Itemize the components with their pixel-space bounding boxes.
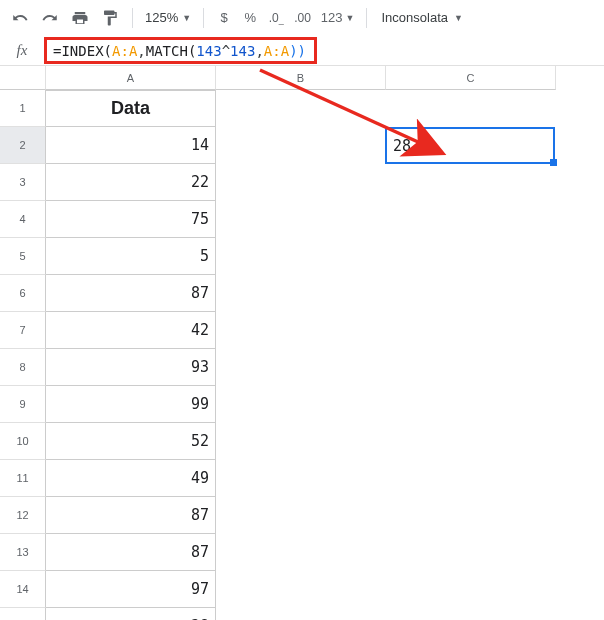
cell-B11[interactable] — [216, 460, 386, 497]
cell-B4[interactable] — [216, 201, 386, 238]
cell-A12[interactable]: 87 — [46, 497, 216, 534]
cell-B10[interactable] — [216, 423, 386, 460]
undo-button[interactable] — [6, 4, 34, 32]
cell-B8[interactable] — [216, 349, 386, 386]
cell-C15[interactable] — [386, 608, 556, 620]
table-row: 15 28 — [0, 608, 604, 620]
cell-A6[interactable]: 87 — [46, 275, 216, 312]
chevron-down-icon: ▼ — [346, 13, 355, 23]
separator — [203, 8, 204, 28]
cell-B12[interactable] — [216, 497, 386, 534]
spreadsheet-grid: A B C 1 Data 2 14 3 22 4 75 5 — [0, 66, 604, 620]
formula-input[interactable]: =INDEX(A:A,MATCH(143^143,A:A)) — [44, 37, 317, 64]
cell-C7[interactable] — [386, 312, 556, 349]
cell-C8[interactable] — [386, 349, 556, 386]
select-all-corner[interactable] — [0, 66, 46, 90]
cell-B14[interactable] — [216, 571, 386, 608]
cell-A8[interactable]: 93 — [46, 349, 216, 386]
cell-A5[interactable]: 5 — [46, 238, 216, 275]
cell-A15[interactable]: 28 — [46, 608, 216, 620]
row-header[interactable]: 8 — [0, 349, 46, 386]
column-headers: A B C — [0, 66, 604, 90]
font-select[interactable]: Inconsolata ▼ — [375, 10, 468, 25]
table-row: 14 97 — [0, 571, 604, 608]
cell-C3[interactable] — [386, 164, 556, 201]
cell-C14[interactable] — [386, 571, 556, 608]
grid-body: 1 Data 2 14 3 22 4 75 5 5 — [0, 90, 604, 620]
cell-A7[interactable]: 42 — [46, 312, 216, 349]
cell-A1[interactable]: Data — [46, 90, 216, 127]
cell-A4[interactable]: 75 — [46, 201, 216, 238]
cell-A10[interactable]: 52 — [46, 423, 216, 460]
table-row: 6 87 — [0, 275, 604, 312]
print-button[interactable] — [66, 4, 94, 32]
cell-A13[interactable]: 87 — [46, 534, 216, 571]
row-header[interactable]: 9 — [0, 386, 46, 423]
format-currency-button[interactable]: $ — [212, 4, 236, 32]
cell-B2[interactable] — [216, 127, 386, 164]
toolbar: 125% ▼ $ % .0_ .00 123 ▼ Inconsolata ▼ — [0, 0, 604, 36]
cell-B7[interactable] — [216, 312, 386, 349]
row-header[interactable]: 13 — [0, 534, 46, 571]
cell-C9[interactable] — [386, 386, 556, 423]
row-header[interactable]: 3 — [0, 164, 46, 201]
chevron-down-icon: ▼ — [182, 13, 191, 23]
cell-B15[interactable] — [216, 608, 386, 620]
format-percent-button[interactable]: % — [238, 4, 262, 32]
cell-A11[interactable]: 49 — [46, 460, 216, 497]
row-header[interactable]: 10 — [0, 423, 46, 460]
more-formats-button[interactable]: 123 ▼ — [317, 4, 359, 32]
cell-B6[interactable] — [216, 275, 386, 312]
cell-C1[interactable] — [386, 90, 556, 127]
cell-A2[interactable]: 14 — [46, 127, 216, 164]
row-header[interactable]: 6 — [0, 275, 46, 312]
row-header[interactable]: 1 — [0, 90, 46, 127]
cell-C13[interactable] — [386, 534, 556, 571]
number-format-group: $ % .0_ .00 123 ▼ — [212, 4, 358, 32]
cell-C6[interactable] — [386, 275, 556, 312]
column-header-C[interactable]: C — [386, 66, 556, 90]
decrease-decimal-button[interactable]: .0_ — [264, 4, 288, 32]
table-row: 5 5 — [0, 238, 604, 275]
row-header[interactable]: 12 — [0, 497, 46, 534]
cell-C10[interactable] — [386, 423, 556, 460]
cell-C11[interactable] — [386, 460, 556, 497]
cell-C2-value: 28 — [393, 137, 411, 155]
chevron-down-icon: ▼ — [454, 13, 463, 23]
row-header[interactable]: 14 — [0, 571, 46, 608]
table-row: 3 22 — [0, 164, 604, 201]
row-header[interactable]: 5 — [0, 238, 46, 275]
row-header[interactable]: 11 — [0, 460, 46, 497]
table-row: 9 99 — [0, 386, 604, 423]
table-row: 7 42 — [0, 312, 604, 349]
cell-C12[interactable] — [386, 497, 556, 534]
cell-C5[interactable] — [386, 238, 556, 275]
cell-B13[interactable] — [216, 534, 386, 571]
increase-decimal-button[interactable]: .00 — [290, 4, 315, 32]
cell-A14[interactable]: 97 — [46, 571, 216, 608]
cell-A3[interactable]: 22 — [46, 164, 216, 201]
cell-B5[interactable] — [216, 238, 386, 275]
redo-button[interactable] — [36, 4, 64, 32]
row-header[interactable]: 7 — [0, 312, 46, 349]
column-header-A[interactable]: A — [46, 66, 216, 90]
more-formats-label: 123 — [321, 10, 343, 25]
row-header[interactable]: 15 — [0, 608, 46, 620]
cell-A9[interactable]: 99 — [46, 386, 216, 423]
cell-B9[interactable] — [216, 386, 386, 423]
column-header-B[interactable]: B — [216, 66, 386, 90]
cell-C2[interactable] — [386, 127, 556, 164]
row-header[interactable]: 4 — [0, 201, 46, 238]
cell-C4[interactable] — [386, 201, 556, 238]
table-row: 10 52 — [0, 423, 604, 460]
paint-format-button[interactable] — [96, 4, 124, 32]
separator — [132, 8, 133, 28]
zoom-select[interactable]: 125% ▼ — [141, 10, 195, 25]
table-row: 13 87 — [0, 534, 604, 571]
font-name: Inconsolata — [381, 10, 448, 25]
table-row: 4 75 — [0, 201, 604, 238]
table-row: 11 49 — [0, 460, 604, 497]
row-header[interactable]: 2 — [0, 127, 46, 164]
cell-B3[interactable] — [216, 164, 386, 201]
cell-B1[interactable] — [216, 90, 386, 127]
